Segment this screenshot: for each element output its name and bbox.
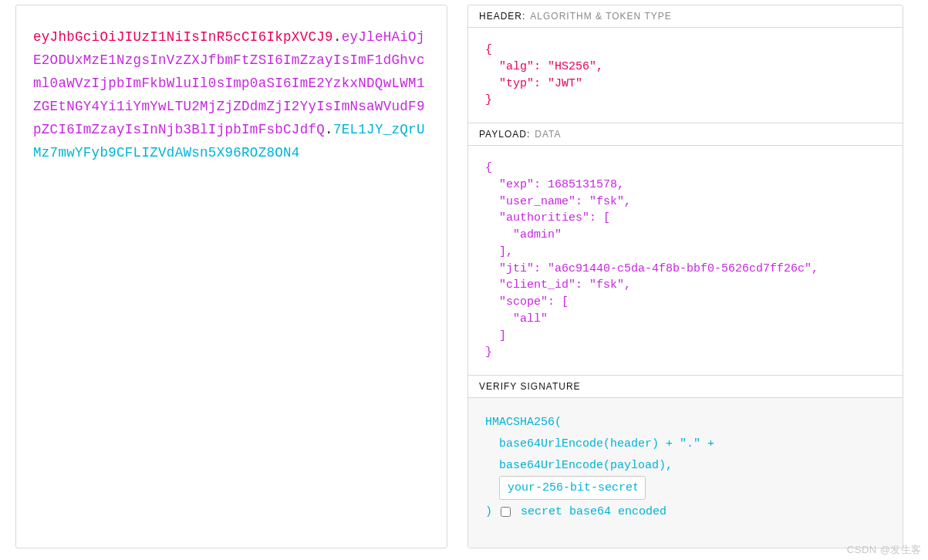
jwt-dot-2: . (325, 122, 333, 137)
secret-input-row (485, 476, 886, 500)
verify-line-2: base64UrlEncode(payload), (485, 455, 886, 477)
verify-signature-body: HMACSHA256( base64UrlEncode(header) + ".… (468, 398, 903, 548)
jwt-dot-1: . (333, 29, 342, 45)
payload-section-sub: DATA (535, 129, 561, 140)
secret-base64-label[interactable]: secret base64 encoded (521, 505, 666, 518)
decoded-panel: HEADER: ALGORITHM & TOKEN TYPE { "alg": … (467, 5, 903, 548)
secret-base64-checkbox[interactable] (501, 507, 511, 517)
header-section-header: HEADER: ALGORITHM & TOKEN TYPE (468, 5, 903, 28)
verify-line-1: base64UrlEncode(header) + "." + (485, 433, 886, 455)
verify-fn-close: ) (485, 505, 499, 518)
header-section-sub: ALGORITHM & TOKEN TYPE (530, 11, 671, 22)
decoded-header-body[interactable]: { "alg": "HS256", "typ": "JWT" } (468, 28, 903, 123)
watermark: CSDN @发生客 (847, 543, 922, 557)
decoded-payload-body[interactable]: { "exp": 1685131578, "user_name": "fsk",… (468, 146, 903, 375)
payload-section-title: PAYLOAD: (479, 129, 530, 140)
jwt-header-segment: eyJhbGciOiJIUzI1NiIsInR5cCI6IkpXVCJ9 (33, 29, 333, 45)
encoded-token[interactable]: eyJhbGciOiJIUzI1NiIsInR5cCI6IkpXVCJ9.eyJ… (33, 25, 430, 165)
verify-close-row: ) secret base64 encoded (485, 501, 886, 523)
header-section-title: HEADER: (479, 11, 525, 22)
verify-section-header: VERIFY SIGNATURE (468, 375, 903, 398)
verify-fn-open: HMACSHA256( (485, 412, 886, 433)
payload-section-header: PAYLOAD: DATA (468, 123, 903, 146)
encoded-token-panel: eyJhbGciOiJIUzI1NiIsInR5cCI6IkpXVCJ9.eyJ… (15, 5, 447, 548)
verify-section-title: VERIFY SIGNATURE (479, 381, 581, 392)
secret-input[interactable] (499, 476, 646, 500)
